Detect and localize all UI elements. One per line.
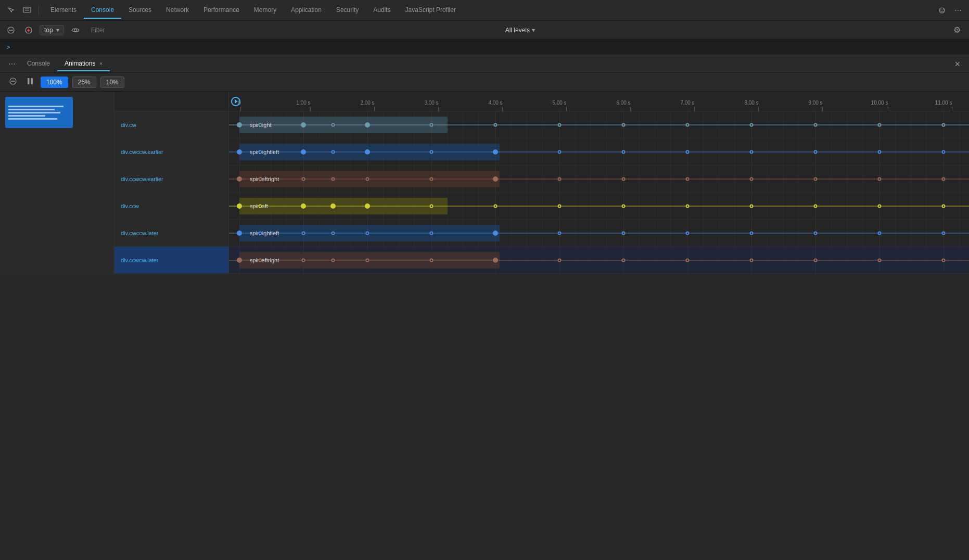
feedback-icon-btn[interactable] — [935, 5, 949, 16]
track-keyframe-dot[interactable] — [942, 123, 946, 126]
track-keyframe-dot[interactable] — [878, 258, 882, 262]
tab-console[interactable]: Console — [84, 2, 121, 19]
track-row[interactable]: spinleftright — [229, 247, 969, 274]
track-keyframe-dot[interactable] — [942, 258, 946, 262]
track-keyframe-dot[interactable] — [301, 149, 306, 155]
more-panels-btn[interactable]: ⋯ — [4, 58, 20, 70]
track-keyframe-dot[interactable] — [494, 204, 498, 208]
track-keyframe-dot[interactable] — [942, 204, 946, 208]
track-keyframe-dot[interactable] — [237, 149, 242, 155]
track-keyframe-dot[interactable] — [878, 204, 882, 208]
track-keyframe-dot[interactable] — [942, 150, 946, 154]
track-keyframe-dot[interactable] — [814, 258, 818, 262]
clear-animations-btn[interactable] — [6, 75, 20, 88]
track-keyframe-dot[interactable] — [366, 231, 369, 235]
track-keyframe-dot[interactable] — [622, 204, 626, 208]
track-keyframe-dot[interactable] — [301, 203, 306, 209]
track-keyframe-dot[interactable] — [558, 150, 562, 154]
track-keyframe-dot[interactable] — [878, 123, 882, 126]
tab-sources[interactable]: Sources — [121, 2, 159, 19]
track-keyframe-dot[interactable] — [686, 231, 690, 235]
track-keyframe-dot[interactable] — [750, 123, 754, 126]
track-keyframe-dot[interactable] — [686, 258, 690, 262]
timeline-label[interactable]: div.cwccw.later — [114, 220, 228, 247]
track-keyframe-dot[interactable] — [686, 150, 690, 154]
track-keyframe-dot[interactable] — [558, 123, 562, 126]
tab-elements[interactable]: Elements — [43, 2, 84, 19]
track-keyframe-dot[interactable] — [814, 204, 818, 208]
track-keyframe-dot[interactable] — [237, 122, 242, 128]
track-keyframe-dot[interactable] — [259, 231, 262, 235]
track-keyframe-dot[interactable] — [259, 123, 262, 126]
timeline-label[interactable]: div.ccw — [114, 193, 228, 220]
track-keyframe-dot[interactable] — [622, 231, 626, 235]
track-keyframe-dot[interactable] — [558, 258, 562, 262]
track-keyframe-dot[interactable] — [878, 231, 882, 235]
track-keyframe-dot[interactable] — [332, 258, 335, 262]
speed-10-btn[interactable]: 10% — [100, 77, 124, 88]
cursor-icon-btn[interactable] — [4, 5, 18, 16]
track-keyframe-dot[interactable] — [237, 203, 242, 209]
timeline-label[interactable]: div.ccwcw.earlier — [114, 166, 228, 193]
track-keyframe-dot[interactable] — [259, 177, 262, 181]
track-keyframe-dot[interactable] — [558, 177, 562, 181]
track-row[interactable]: spinrightleft — [229, 220, 969, 247]
track-keyframe-dot[interactable] — [259, 258, 262, 262]
track-keyframe-dot[interactable] — [332, 150, 335, 154]
track-row[interactable]: spinright — [229, 111, 969, 138]
track-keyframe-dot[interactable] — [750, 231, 754, 235]
track-keyframe-dot[interactable] — [686, 177, 690, 181]
levels-selector[interactable]: All levels ▾ — [505, 27, 535, 34]
track-keyframe-dot[interactable] — [332, 123, 335, 126]
track-keyframe-dot[interactable] — [814, 123, 818, 126]
track-keyframe-dot[interactable] — [686, 123, 690, 126]
filter-input[interactable] — [87, 26, 501, 35]
track-keyframe-dot[interactable] — [237, 258, 242, 263]
timeline-label[interactable]: div.ccwcw.later — [114, 247, 228, 274]
tab-animations-panel[interactable]: Animations × — [57, 57, 110, 71]
track-keyframe-dot[interactable] — [237, 231, 242, 236]
track-keyframe-dot[interactable] — [365, 122, 370, 128]
track-keyframe-dot[interactable] — [942, 177, 946, 181]
track-keyframe-dot[interactable] — [259, 150, 262, 154]
track-keyframe-dot[interactable] — [814, 177, 818, 181]
track-keyframe-dot[interactable] — [301, 122, 306, 128]
track-keyframe-dot[interactable] — [750, 258, 754, 262]
track-keyframe-dot[interactable] — [302, 177, 305, 181]
tab-security[interactable]: Security — [329, 2, 366, 19]
track-keyframe-dot[interactable] — [622, 123, 626, 126]
more-tools-btn[interactable]: ⋯ — [951, 4, 965, 17]
track-row[interactable]: spinrightleft — [229, 138, 969, 166]
track-keyframe-dot[interactable] — [493, 258, 498, 263]
track-keyframe-dot[interactable] — [558, 204, 562, 208]
track-keyframe-dot[interactable] — [259, 204, 262, 208]
eye-icon-btn[interactable] — [68, 25, 83, 35]
track-keyframe-dot[interactable] — [814, 231, 818, 235]
track-keyframe-dot[interactable] — [302, 231, 305, 235]
track-keyframe-dot[interactable] — [330, 203, 336, 209]
inspect-icon-btn[interactable] — [20, 5, 34, 16]
track-keyframe-dot[interactable] — [365, 149, 370, 155]
close-panel-btn[interactable]: ✕ — [950, 58, 965, 70]
tab-console-panel[interactable]: Console — [20, 57, 57, 71]
speed-25-btn[interactable]: 25% — [72, 77, 96, 88]
track-keyframe-dot[interactable] — [622, 258, 626, 262]
playhead[interactable] — [231, 97, 240, 106]
settings-btn[interactable]: ⚙ — [949, 23, 965, 37]
timeline-label[interactable]: div.cw — [114, 111, 228, 138]
track-keyframe-dot[interactable] — [332, 177, 335, 181]
track-keyframe-dot[interactable] — [237, 176, 242, 182]
track-keyframe-dot[interactable] — [430, 177, 434, 181]
track-keyframe-dot[interactable] — [366, 258, 369, 262]
track-keyframe-dot[interactable] — [493, 176, 498, 182]
track-keyframe-dot[interactable] — [430, 204, 434, 208]
track-keyframe-dot[interactable] — [430, 231, 434, 235]
tab-performance[interactable]: Performance — [196, 2, 247, 19]
track-keyframe-dot[interactable] — [750, 204, 754, 208]
track-keyframe-dot[interactable] — [750, 150, 754, 154]
track-row[interactable]: spinleft — [229, 193, 969, 220]
track-keyframe-dot[interactable] — [750, 177, 754, 181]
track-keyframe-dot[interactable] — [365, 203, 370, 209]
track-keyframe-dot[interactable] — [430, 150, 434, 154]
track-keyframe-dot[interactable] — [942, 231, 946, 235]
